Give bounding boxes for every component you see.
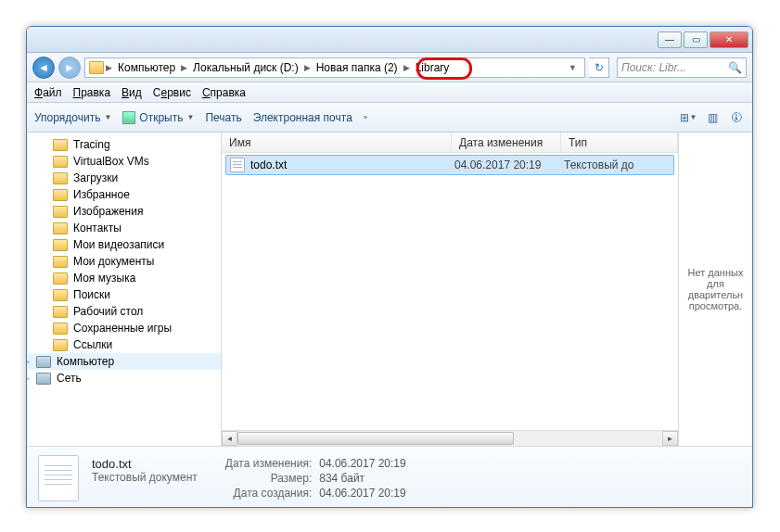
folder-icon: [53, 289, 68, 301]
file-name: todo.txt: [250, 158, 454, 171]
column-name[interactable]: Имя: [222, 133, 452, 152]
details-modified-value: 04.06.2017 20:19: [319, 457, 405, 470]
details-size-label: Размер:: [225, 472, 313, 485]
search-input[interactable]: Поиск: Libr... 🔍: [617, 57, 747, 78]
address-bar[interactable]: ▶ Компьютер ▶ Локальный диск (D:) ▶ Нова…: [84, 57, 585, 78]
tree-item[interactable]: Загрузки: [27, 170, 221, 186]
expand-icon[interactable]: ▷: [27, 374, 31, 383]
navbar: ◄ ► ▶ Компьютер ▶ Локальный диск (D:) ▶ …: [27, 53, 752, 82]
details-filetype: Текстовый документ: [92, 471, 198, 484]
folder-icon: [53, 189, 68, 201]
folder-icon: [53, 256, 68, 268]
folder-icon: [53, 206, 68, 218]
horizontal-scrollbar[interactable]: ◄ ►: [222, 430, 678, 446]
help-button[interactable]: 🛈: [728, 109, 745, 126]
tree-item-computer[interactable]: ▷Компьютер: [27, 353, 221, 370]
email-button[interactable]: Электронная почта: [253, 111, 352, 124]
toolbar: Упорядочить▼ Открыть▼ Печать Электронная…: [27, 103, 752, 133]
network-icon: [36, 373, 51, 385]
details-size-value: 834 байт: [319, 472, 405, 485]
refresh-button[interactable]: ↻: [589, 57, 609, 78]
text-file-icon: [38, 455, 79, 501]
menu-help[interactable]: Справка: [202, 86, 246, 99]
open-button[interactable]: Открыть▼: [122, 111, 194, 124]
scroll-thumb[interactable]: [237, 432, 514, 445]
tree-item[interactable]: Tracing: [27, 136, 221, 153]
file-row[interactable]: todo.txt 04.06.2017 20:19 Текстовый до: [225, 155, 674, 175]
minimize-button[interactable]: —: [658, 32, 682, 48]
details-created-label: Дата создания:: [225, 487, 313, 500]
print-button[interactable]: Печать: [205, 111, 241, 124]
forward-button[interactable]: ►: [58, 57, 81, 79]
column-date[interactable]: Дата изменения: [452, 133, 561, 152]
column-headers: Имя Дата изменения Тип: [222, 133, 678, 153]
tree-item[interactable]: Мои документы: [27, 253, 221, 270]
file-list[interactable]: Имя Дата изменения Тип todo.txt 04.06.20…: [222, 133, 678, 446]
tree-pane[interactable]: Tracing VirtualBox VMs Загрузки Избранно…: [27, 133, 222, 446]
chevron-right-icon[interactable]: »: [364, 113, 367, 121]
breadcrumb-item[interactable]: Локальный диск (D:): [189, 59, 302, 76]
details-created-value: 04.06.2017 20:19: [319, 487, 405, 500]
folder-icon: [53, 272, 68, 285]
chevron-right-icon[interactable]: ▶: [304, 63, 311, 72]
open-icon: [122, 111, 135, 124]
tree-item[interactable]: Контакты: [27, 220, 221, 236]
back-button[interactable]: ◄: [32, 57, 55, 79]
tree-item[interactable]: Ссылки: [27, 336, 221, 353]
folder-icon: [53, 323, 68, 335]
file-type: Текстовый до: [564, 158, 633, 171]
search-icon[interactable]: 🔍: [728, 61, 742, 74]
column-type[interactable]: Тип: [561, 133, 678, 152]
chevron-right-icon[interactable]: ▶: [403, 63, 410, 72]
folder-icon: [53, 306, 68, 318]
details-pane: todo.txt Текстовый документ Дата изменен…: [27, 446, 752, 508]
tree-item[interactable]: Сохраненные игры: [27, 320, 221, 336]
close-button[interactable]: ✕: [710, 32, 748, 48]
tree-item[interactable]: Мои видеозаписи: [27, 236, 221, 253]
folder-icon: [53, 222, 68, 234]
menu-file[interactable]: Файл: [34, 86, 62, 99]
breadcrumb-item[interactable]: Library: [412, 59, 454, 76]
folder-icon: [89, 61, 104, 74]
folder-icon: [53, 339, 68, 351]
tree-item[interactable]: Рабочий стол: [27, 303, 221, 320]
body: Tracing VirtualBox VMs Загрузки Избранно…: [27, 133, 752, 446]
scroll-track[interactable]: [237, 431, 662, 446]
maximize-button[interactable]: ▭: [684, 32, 708, 48]
folder-icon: [53, 156, 68, 168]
tree-item[interactable]: Избранное: [27, 186, 221, 203]
folder-icon: [53, 139, 68, 151]
preview-pane: Нет данных для дварительн просмотра.: [678, 133, 752, 446]
organize-button[interactable]: Упорядочить▼: [34, 111, 111, 124]
list-area: Имя Дата изменения Тип todo.txt 04.06.20…: [222, 133, 752, 446]
tree-item[interactable]: Поиски: [27, 286, 221, 303]
file-date: 04.06.2017 20:19: [454, 158, 564, 171]
preview-pane-button[interactable]: ▥: [704, 109, 721, 126]
tree-item[interactable]: VirtualBox VMs: [27, 153, 221, 170]
explorer-window: — ▭ ✕ ◄ ► ▶ Компьютер ▶ Локальный диск (…: [26, 26, 753, 508]
folder-icon: [53, 172, 68, 184]
titlebar: — ▭ ✕: [27, 27, 752, 53]
details-filename: todo.txt: [92, 457, 198, 471]
menu-view[interactable]: Вид: [121, 86, 142, 99]
tree-item[interactable]: Моя музыка: [27, 270, 221, 286]
folder-icon: [53, 239, 68, 251]
computer-icon: [36, 356, 51, 368]
chevron-right-icon[interactable]: ▶: [181, 63, 187, 72]
text-file-icon: [230, 158, 245, 172]
tree-item-network[interactable]: ▷Сеть: [27, 370, 221, 386]
menu-edit[interactable]: Правка: [73, 86, 111, 99]
address-dropdown[interactable]: ▼: [565, 63, 581, 72]
breadcrumb-item[interactable]: Компьютер: [114, 59, 179, 76]
details-modified-label: Дата изменения:: [225, 457, 313, 470]
chevron-right-icon[interactable]: ▶: [106, 63, 112, 72]
breadcrumb-item[interactable]: Новая папка (2): [313, 59, 402, 76]
search-placeholder: Поиск: Libr...: [621, 61, 686, 74]
view-options-button[interactable]: ⊞▼: [680, 109, 697, 126]
menubar: Файл Правка Вид Сервис Справка: [27, 82, 752, 103]
tree-item[interactable]: Изображения: [27, 203, 221, 220]
expand-icon[interactable]: ▷: [27, 357, 31, 366]
scroll-right-button[interactable]: ►: [662, 431, 678, 446]
menu-tools[interactable]: Сервис: [153, 86, 191, 99]
scroll-left-button[interactable]: ◄: [222, 431, 237, 446]
